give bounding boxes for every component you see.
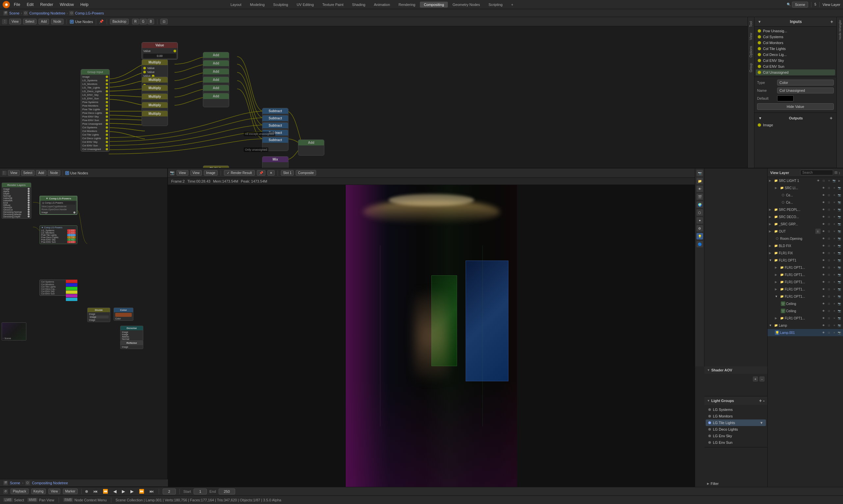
layer-src-deco[interactable]: ▶ 📁 SRC DECO... 👁 ⊡ ☀ 📷 <box>768 213 843 220</box>
input-col-unassig[interactable]: Col Unassigned <box>756 69 835 75</box>
prev-frame-btn[interactable]: ⏪ <box>101 488 109 494</box>
view-menu-timeline[interactable]: View <box>48 488 60 494</box>
render-menu[interactable]: Render <box>37 2 56 7</box>
scene-selector[interactable]: Scene <box>792 2 808 7</box>
aov-add-btn[interactable]: + <box>753 376 758 382</box>
lg-env-sun[interactable]: LG Env Sun <box>706 439 766 446</box>
mini-editor-icon[interactable]: ⋮ <box>2 171 6 175</box>
next-keyframe-btn[interactable]: ▶ <box>129 488 135 494</box>
mini-node[interactable]: Node <box>48 170 60 176</box>
render-result-selector[interactable]: ✓ Render Result <box>224 170 255 176</box>
mini-use-nodes[interactable]: ✓ Use Nodes <box>65 171 88 175</box>
layer-flr1-opt1[interactable]: ▼ 📁 FLR1 OPT1 👁 ⊡ ☀ 📷 <box>768 257 843 264</box>
current-frame-input[interactable]: 2 <box>163 488 176 494</box>
mini-canvas[interactable]: Render Layers Image Alpha Depth Normal I… <box>0 178 167 487</box>
layer-flr1-opt1-sub6[interactable]: ▶ 📁 FLR1 OPT1... 👁 ⊡ ☀ 📷 <box>768 314 843 322</box>
light-groups-header[interactable]: ▼ Light Groups + - <box>704 396 767 405</box>
tab-layout[interactable]: Layout <box>226 2 245 7</box>
help-menu[interactable]: Help <box>78 2 91 7</box>
hide-value-btn[interactable]: Hide Value <box>757 103 834 110</box>
input-col-env-sun[interactable]: Col ENV Sun <box>756 64 835 69</box>
input-col-systems[interactable]: Scene Col Systems <box>756 34 835 40</box>
tool-tab[interactable]: Tool <box>748 18 754 30</box>
tab-modeling[interactable]: Modeling <box>246 2 269 7</box>
prop-material-icon[interactable]: 🔵 <box>696 241 703 247</box>
lg-deco-lights[interactable]: LG Deco Lights <box>706 426 766 433</box>
node-menu[interactable]: Node <box>51 19 64 24</box>
tab-sculpting[interactable]: Sculpting <box>269 2 292 7</box>
shader-aov-header[interactable]: ▼ Shader AOV <box>704 366 767 374</box>
layer-lamp-001[interactable]: 💡 Lamp.001 👁 ⊡ ☀ 📷 <box>768 329 843 336</box>
use-nodes-toggle[interactable]: ✓ Use Nodes <box>70 20 93 24</box>
render-view-menu[interactable]: View <box>176 170 188 176</box>
play-btn[interactable]: ▶ <box>121 488 126 494</box>
mini-view[interactable]: View <box>8 170 20 176</box>
render-pin[interactable]: 📌 <box>257 170 265 176</box>
editor-type-btn-timeline[interactable]: ⏱ <box>3 489 8 494</box>
tab-texture-paint[interactable]: Texture Paint <box>319 2 347 7</box>
layer-flr1-fix[interactable]: ▶ 📁 FLR1 FIX 👁 ⊡ ☀ 📷 <box>768 249 843 257</box>
render-editor-icon[interactable]: 📷 <box>170 171 174 175</box>
backdrop-rgb-b[interactable]: B <box>148 19 154 24</box>
pin-btn[interactable]: 📌 <box>99 19 104 24</box>
composite-selector[interactable]: Composite <box>296 170 316 176</box>
default-color[interactable] <box>777 95 794 101</box>
view-tab[interactable]: View <box>748 30 754 43</box>
layer-ceiling-1[interactable]: ▽ Ceiling 👁 ⊡ ☀ 📷 <box>768 300 843 307</box>
group-tab[interactable]: Group <box>748 60 754 75</box>
tab-animation[interactable]: Animation <box>370 2 394 7</box>
add-menu[interactable]: Add <box>38 19 49 24</box>
start-frame-input[interactable]: 1 <box>194 488 207 494</box>
input-col-env-sky[interactable]: Col ENV Sky <box>756 58 835 64</box>
layer-flr1-opt1-sub3[interactable]: ▶ 📁 FLR1 OPT1... 👁 ⊡ ☀ 📷 <box>768 278 843 286</box>
viewlayer-filter-icon[interactable]: ⊟ <box>835 170 838 175</box>
bc-scene[interactable]: Scene <box>9 11 19 15</box>
prev-keyframe-btn[interactable]: ◀ <box>112 488 118 494</box>
prop-physics-icon[interactable]: ⚙ <box>696 225 703 232</box>
viewlayer-search[interactable] <box>800 170 833 175</box>
prop-view-icon[interactable]: 👁 <box>696 185 703 192</box>
window-menu[interactable]: Window <box>57 2 76 7</box>
keying-menu[interactable]: Keying <box>31 488 46 494</box>
playback-menu[interactable]: Playback <box>11 488 29 494</box>
light-groups-remove-btn[interactable]: - <box>763 398 764 403</box>
backdrop-rgb-r[interactable]: R <box>132 19 139 24</box>
lg-env-sky[interactable]: LG Env Sky <box>706 433 766 439</box>
mini-add[interactable]: Add <box>36 170 47 176</box>
lg-tile-lights[interactable]: LG Tile Lights ▼ <box>706 419 766 426</box>
layer-src-light[interactable]: ▶ 📁 SRC LIGHT 1 👁 ⊡ ☀ 📷 ▶ <box>768 177 843 184</box>
prop-scene-icon[interactable]: 🎬 <box>696 194 703 200</box>
edit-menu[interactable]: Edit <box>24 2 36 7</box>
layer-flr1-opt1-sub4[interactable]: ▶ 📁 FLR1 OPT1... 👁 ⊡ ☀ 📷 <box>768 286 843 293</box>
tab-uv-editing[interactable]: UV Editing <box>293 2 318 7</box>
node-wrangler-tab[interactable]: Node Wrangler <box>837 17 843 168</box>
layer-ceiling-2[interactable]: ▽ Ceiling 👁 ⊡ ☀ 📷 <box>768 307 843 314</box>
prop-world-icon[interactable]: 🌍 <box>696 201 703 208</box>
filter-header[interactable]: ▶ Filter <box>707 482 764 486</box>
use-nodes-check[interactable]: ✓ <box>70 20 74 24</box>
bc2-node-tree[interactable]: Compositing Nodetree <box>32 481 68 485</box>
layer-src-peopl[interactable]: ▶ 📁 SRC PEOPL... 👁 ⊡ ☀ 📷 <box>768 206 843 213</box>
prop-data-icon[interactable]: 💡 <box>696 233 703 239</box>
zoom-fit[interactable]: ⊡ <box>160 19 168 24</box>
blender-icon[interactable]: ◉ <box>3 1 10 8</box>
prop-object-icon[interactable]: ⬡ <box>696 209 703 216</box>
backdrop-btn[interactable]: Backdrop <box>110 19 128 24</box>
name-field[interactable]: Col Unassigned <box>777 88 834 93</box>
layer-flr1-opt1-sub2[interactable]: ▶ 📁 FLR1 OPT1... 👁 ⊡ ☀ 📷 <box>768 271 843 278</box>
tab-geometry-nodes[interactable]: Geometry Nodes <box>448 2 484 7</box>
bc-node-tree[interactable]: Compositing Nodetree <box>29 11 65 15</box>
tab-compositing[interactable]: Compositing <box>420 2 448 7</box>
tab-rendering[interactable]: Rendering <box>395 2 419 7</box>
tab-shading[interactable]: Shading <box>348 2 369 7</box>
tab-add[interactable]: + <box>507 2 517 7</box>
input-col-monitors[interactable]: Col Monitors <box>756 40 835 46</box>
viewlayer-sort-icon[interactable]: ↕ <box>839 171 841 175</box>
jump-end-btn[interactable]: ⏭ <box>148 488 155 494</box>
layer-flr1-opt1-sub5[interactable]: ▼ 📁 FLR1 OPT1... 👁 ⊡ ☀ 📷 <box>768 293 843 300</box>
layer-ce-1[interactable]: ⬡ Ce... 👁 ⊡ ☀ 📷 <box>768 192 843 199</box>
prop-output-icon[interactable]: 📁 <box>696 178 703 184</box>
input-pow-unassig[interactable]: Pow Unassig... <box>756 28 835 34</box>
inputs-add-btn[interactable]: + <box>830 19 833 24</box>
backdrop-rgb-g[interactable]: G <box>140 19 147 24</box>
